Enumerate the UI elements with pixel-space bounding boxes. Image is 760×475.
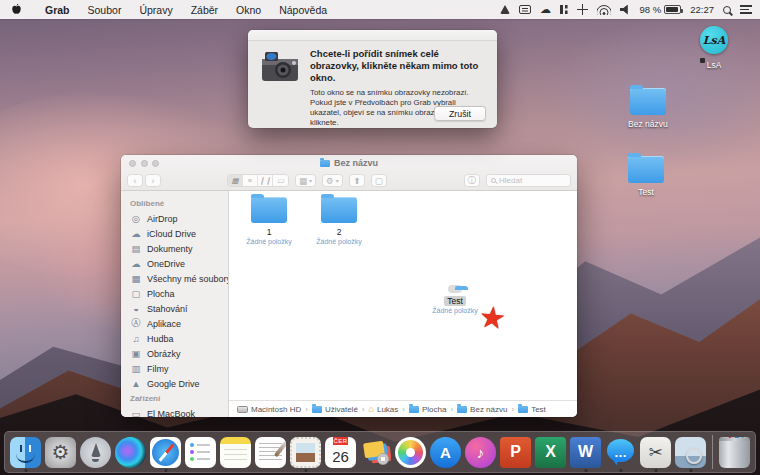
zoom-button[interactable] (152, 160, 159, 167)
menu-clock[interactable]: 22:27 (690, 4, 714, 15)
dock-system-preferences[interactable]: ⚙ (44, 432, 77, 472)
dock-photos[interactable] (394, 432, 427, 472)
menu-upravy[interactable]: Úpravy (130, 4, 181, 16)
folder-icon (321, 197, 357, 223)
info-button[interactable]: ⓘ (464, 174, 481, 187)
path-segment-plocha[interactable]: Plocha (409, 405, 446, 414)
path-segment-bez-nazvu[interactable]: Bez názvu (457, 405, 507, 414)
dock-mail[interactable] (289, 432, 322, 472)
dock-launchpad[interactable] (79, 432, 112, 472)
dock-word[interactable]: W (569, 432, 602, 472)
desktop-folder-bez-nazvu[interactable]: Bez názvu (628, 88, 668, 129)
sidebar-item-desktop[interactable]: ▢Plocha (130, 286, 228, 301)
folder-item-test-selected[interactable]: Test Žádné položky (423, 285, 487, 314)
sidebar-item-pictures[interactable]: ▣Obrázky (130, 346, 228, 361)
sidebar-item-documents[interactable]: ▤Dokumenty (130, 241, 228, 256)
app-store-icon: A (430, 437, 461, 468)
path-segment-macintosh-hd[interactable]: Macintosh HD (237, 405, 301, 414)
path-segment-lukas[interactable]: ⌂Lukas (369, 405, 399, 414)
dock-preview[interactable] (674, 432, 707, 472)
crosshair-status-icon[interactable] (577, 4, 588, 15)
volume-icon[interactable] (620, 5, 631, 15)
dock-notes[interactable] (219, 432, 252, 472)
folder-item-2[interactable]: 2 Žádné položky (307, 197, 371, 245)
dock-trash[interactable] (718, 432, 751, 472)
sidebar-item-google-drive[interactable]: ▲Google Drive (130, 376, 228, 391)
sidebar-item-all-files[interactable]: ▦Všechny mé soubory (130, 271, 228, 286)
rocket-icon (80, 437, 111, 468)
column-view-button[interactable]: ❙❙ (258, 175, 273, 186)
battery-icon (664, 5, 681, 14)
coverflow-view-button[interactable]: ▭ (273, 175, 288, 186)
share-button[interactable]: ⬆ (349, 174, 365, 187)
selection-highlight (448, 285, 462, 293)
dock-stack-app[interactable] (359, 432, 392, 472)
search-input[interactable] (499, 176, 566, 185)
action-gear-button[interactable]: ⚙▾ (322, 174, 343, 187)
arrange-button[interactable]: ▦▾ (295, 174, 316, 187)
dock-grab[interactable]: ✂ (639, 432, 672, 472)
dock-finder[interactable] (9, 432, 42, 472)
powerpoint-icon: P (500, 437, 531, 468)
search-field[interactable] (486, 174, 571, 187)
calendar-icon: ČER 26 (325, 437, 356, 468)
cancel-button[interactable]: Zrušit (434, 106, 486, 121)
menu-okno[interactable]: Okno (227, 4, 270, 16)
battery-indicator[interactable]: 98 % (640, 4, 682, 15)
folder-name: 2 (337, 227, 342, 237)
dock-siri[interactable] (114, 432, 147, 472)
battery-percent: 98 % (640, 4, 662, 15)
close-button[interactable] (129, 160, 136, 167)
tags-button[interactable]: ▢ (371, 174, 387, 187)
sidebar-item-onedrive[interactable]: ☁OneDrive (130, 256, 228, 271)
dock-textedit[interactable] (254, 432, 287, 472)
sidebar-item-el-macbook[interactable]: ▭El MacBook (130, 406, 228, 417)
alias-badge-icon (700, 58, 705, 63)
dock-itunes[interactable]: ♪ (464, 432, 497, 472)
back-button[interactable]: ‹ (127, 174, 143, 187)
menu-soubor[interactable]: Soubor (79, 4, 131, 16)
sidebar-item-applications[interactable]: ⒶAplikace (130, 316, 228, 331)
dock-messages[interactable]: … (604, 432, 637, 472)
onedrive-status-icon[interactable]: ☁ (540, 5, 551, 14)
wifi-icon[interactable] (597, 5, 611, 15)
menu-bar: Grab Soubor Úpravy Záběr Okno Nápověda ☁… (0, 0, 760, 19)
path-segment-uzivatele[interactable]: Uživatelé (312, 405, 358, 414)
dock-powerpoint[interactable]: P (499, 432, 532, 472)
sidebar-item-downloads[interactable]: ◒Stahování (130, 301, 228, 316)
search-icon (491, 178, 496, 183)
list-view-button[interactable]: ≡ (243, 175, 258, 186)
menu-zaber[interactable]: Záběr (182, 4, 227, 16)
apple-menu-icon[interactable] (11, 3, 22, 16)
forward-button[interactable]: › (145, 174, 161, 187)
dock-excel[interactable]: X (534, 432, 567, 472)
path-segment-test[interactable]: Test (518, 405, 546, 414)
dock-separator (712, 435, 713, 469)
parallels-status-icon[interactable] (560, 5, 568, 14)
finder-content[interactable]: 1 Žádné položky 2 Žádné položky Test Žád… (229, 191, 577, 400)
notification-center-icon[interactable] (740, 5, 752, 14)
icon-view-button[interactable]: ▦ (228, 175, 243, 186)
sidebar-item-airdrop[interactable]: ◎AirDrop (130, 211, 228, 226)
dock-reminders[interactable] (184, 432, 217, 472)
sidebar-item-movies[interactable]: ▥Filmy (130, 361, 228, 376)
input-source-icon[interactable] (519, 5, 531, 14)
folder-item-1[interactable]: 1 Žádné položky (237, 197, 301, 245)
spotlight-icon[interactable] (723, 6, 731, 14)
desktop-item-lsa[interactable]: LsA LsA (700, 26, 728, 72)
dock-app-store[interactable]: A (429, 432, 462, 472)
sidebar-item-icloud[interactable]: ☁iCloud Drive (130, 226, 228, 241)
desktop-folder-test[interactable]: Test (628, 156, 664, 197)
sidebar-item-music[interactable]: ♫Hudba (130, 331, 228, 346)
scissors-icon: ✂ (640, 437, 671, 468)
window-titlebar[interactable]: Bez názvu (121, 155, 577, 171)
dock-calendar[interactable]: ČER 26 (324, 432, 357, 472)
google-drive-status-icon[interactable] (500, 5, 510, 14)
speech-bubble-icon: … (605, 437, 636, 468)
dialog-titlebar[interactable] (248, 30, 497, 41)
dock-safari[interactable] (149, 432, 182, 472)
folder-icon (518, 406, 528, 413)
menu-grab[interactable]: Grab (36, 4, 79, 16)
menu-napoveda[interactable]: Nápověda (270, 4, 336, 16)
minimize-button[interactable] (141, 160, 148, 167)
